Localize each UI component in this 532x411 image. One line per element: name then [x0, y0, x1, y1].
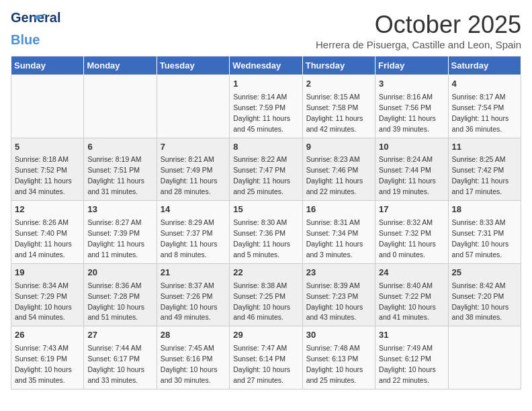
day-info: Sunrise: 8:23 AM Sunset: 7:46 PM Dayligh…	[306, 155, 363, 195]
col-header-friday: Friday	[375, 56, 448, 75]
day-info: Sunrise: 7:44 AM Sunset: 6:17 PM Dayligh…	[87, 344, 144, 384]
calendar-cell: 28Sunrise: 7:45 AM Sunset: 6:16 PM Dayli…	[157, 326, 229, 390]
calendar-cell	[84, 75, 157, 138]
calendar-cell: 27Sunrise: 7:44 AM Sunset: 6:17 PM Dayli…	[84, 326, 157, 390]
day-number: 12	[15, 203, 80, 216]
day-number: 21	[161, 267, 226, 279]
calendar-cell: 14Sunrise: 8:29 AM Sunset: 7:37 PM Dayli…	[157, 201, 229, 264]
day-info: Sunrise: 8:29 AM Sunset: 7:37 PM Dayligh…	[161, 218, 218, 259]
calendar-cell: 12Sunrise: 8:26 AM Sunset: 7:40 PM Dayli…	[11, 201, 84, 264]
day-number: 1	[233, 78, 298, 91]
calendar-table: SundayMondayTuesdayWednesdayThursdayFrid…	[11, 56, 521, 390]
day-info: Sunrise: 8:38 AM Sunset: 7:25 PM Dayligh…	[233, 281, 290, 322]
day-number: 30	[306, 329, 371, 342]
day-info: Sunrise: 8:40 AM Sunset: 7:22 PM Dayligh…	[379, 281, 436, 322]
day-number: 6	[87, 141, 152, 154]
calendar-cell: 19Sunrise: 8:34 AM Sunset: 7:29 PM Dayli…	[11, 263, 84, 326]
day-info: Sunrise: 8:15 AM Sunset: 7:58 PM Dayligh…	[306, 93, 363, 133]
calendar-cell: 3Sunrise: 8:16 AM Sunset: 7:56 PM Daylig…	[375, 75, 448, 138]
day-number: 11	[452, 141, 517, 154]
day-info: Sunrise: 8:27 AM Sunset: 7:39 PM Dayligh…	[87, 218, 144, 259]
calendar-cell: 23Sunrise: 8:39 AM Sunset: 7:23 PM Dayli…	[302, 263, 375, 326]
calendar-cell: 17Sunrise: 8:32 AM Sunset: 7:32 PM Dayli…	[375, 201, 448, 264]
col-header-wednesday: Wednesday	[230, 56, 302, 75]
calendar-cell: 5Sunrise: 8:18 AM Sunset: 7:52 PM Daylig…	[11, 138, 84, 201]
calendar-cell: 9Sunrise: 8:23 AM Sunset: 7:46 PM Daylig…	[302, 138, 375, 201]
col-header-thursday: Thursday	[302, 56, 375, 75]
day-info: Sunrise: 7:45 AM Sunset: 6:16 PM Dayligh…	[161, 344, 218, 384]
day-number: 22	[233, 267, 298, 279]
day-number: 18	[452, 203, 517, 216]
day-number: 28	[161, 329, 226, 342]
day-number: 8	[233, 141, 298, 154]
day-number: 7	[161, 141, 226, 154]
calendar-cell: 10Sunrise: 8:24 AM Sunset: 7:44 PM Dayli…	[375, 138, 448, 201]
title-block: October 2025 Herrera de Pisuerga, Castil…	[316, 11, 521, 50]
calendar-cell: 13Sunrise: 8:27 AM Sunset: 7:39 PM Dayli…	[84, 201, 157, 264]
calendar-cell: 31Sunrise: 7:49 AM Sunset: 6:12 PM Dayli…	[375, 326, 448, 390]
calendar-cell: 1Sunrise: 8:14 AM Sunset: 7:59 PM Daylig…	[230, 75, 302, 138]
calendar-cell: 24Sunrise: 8:40 AM Sunset: 7:22 PM Dayli…	[375, 263, 448, 326]
day-info: Sunrise: 8:39 AM Sunset: 7:23 PM Dayligh…	[306, 281, 363, 322]
day-info: Sunrise: 7:47 AM Sunset: 6:14 PM Dayligh…	[233, 344, 290, 384]
day-info: Sunrise: 8:19 AM Sunset: 7:51 PM Dayligh…	[87, 155, 144, 195]
logo: General Blue	[11, 11, 40, 48]
day-info: Sunrise: 8:37 AM Sunset: 7:26 PM Dayligh…	[161, 281, 218, 322]
month-title: October 2025	[316, 11, 521, 39]
day-number: 20	[87, 267, 152, 279]
day-number: 4	[452, 78, 517, 91]
day-info: Sunrise: 8:32 AM Sunset: 7:32 PM Dayligh…	[379, 218, 436, 259]
day-info: Sunrise: 8:18 AM Sunset: 7:52 PM Dayligh…	[15, 155, 72, 195]
day-info: Sunrise: 8:16 AM Sunset: 7:56 PM Dayligh…	[379, 93, 436, 133]
calendar-cell: 15Sunrise: 8:30 AM Sunset: 7:36 PM Dayli…	[230, 201, 302, 264]
day-info: Sunrise: 8:24 AM Sunset: 7:44 PM Dayligh…	[379, 155, 436, 195]
calendar-cell: 16Sunrise: 8:31 AM Sunset: 7:34 PM Dayli…	[302, 201, 375, 264]
day-info: Sunrise: 8:31 AM Sunset: 7:34 PM Dayligh…	[306, 218, 363, 259]
calendar-cell	[11, 75, 84, 138]
calendar-cell: 26Sunrise: 7:43 AM Sunset: 6:19 PM Dayli…	[11, 326, 84, 390]
day-info: Sunrise: 8:26 AM Sunset: 7:40 PM Dayligh…	[15, 218, 72, 259]
day-number: 23	[306, 267, 371, 279]
col-header-sunday: Sunday	[11, 56, 84, 75]
day-number: 19	[15, 267, 80, 279]
calendar-cell: 29Sunrise: 7:47 AM Sunset: 6:14 PM Dayli…	[230, 326, 302, 390]
day-number: 10	[379, 141, 444, 154]
day-info: Sunrise: 8:30 AM Sunset: 7:36 PM Dayligh…	[233, 218, 290, 259]
calendar-cell	[448, 326, 521, 390]
calendar-cell: 6Sunrise: 8:19 AM Sunset: 7:51 PM Daylig…	[84, 138, 157, 201]
day-number: 13	[87, 203, 152, 216]
day-number: 14	[161, 203, 226, 216]
col-header-monday: Monday	[84, 56, 157, 75]
day-number: 17	[379, 203, 444, 216]
day-info: Sunrise: 7:48 AM Sunset: 6:13 PM Dayligh…	[306, 344, 363, 384]
day-number: 2	[306, 78, 371, 91]
day-info: Sunrise: 8:21 AM Sunset: 7:49 PM Dayligh…	[161, 155, 218, 195]
day-info: Sunrise: 8:36 AM Sunset: 7:28 PM Dayligh…	[87, 281, 144, 322]
location-title: Herrera de Pisuerga, Castille and Leon, …	[316, 39, 521, 50]
day-info: Sunrise: 8:17 AM Sunset: 7:54 PM Dayligh…	[452, 93, 509, 133]
day-number: 29	[233, 329, 298, 342]
calendar-cell: 4Sunrise: 8:17 AM Sunset: 7:54 PM Daylig…	[448, 75, 521, 138]
page-header: General Blue October 2025 Herrera de Pis…	[11, 11, 521, 50]
day-number: 31	[379, 329, 444, 342]
day-number: 27	[87, 329, 152, 342]
day-info: Sunrise: 7:43 AM Sunset: 6:19 PM Dayligh…	[15, 344, 72, 384]
calendar-cell: 18Sunrise: 8:33 AM Sunset: 7:31 PM Dayli…	[448, 201, 521, 264]
calendar-cell: 7Sunrise: 8:21 AM Sunset: 7:49 PM Daylig…	[157, 138, 229, 201]
day-number: 16	[306, 203, 371, 216]
day-info: Sunrise: 7:49 AM Sunset: 6:12 PM Dayligh…	[379, 344, 436, 384]
calendar-cell: 20Sunrise: 8:36 AM Sunset: 7:28 PM Dayli…	[84, 263, 157, 326]
calendar-cell: 22Sunrise: 8:38 AM Sunset: 7:25 PM Dayli…	[230, 263, 302, 326]
day-number: 5	[15, 141, 80, 154]
logo-bird-icon	[32, 12, 46, 21]
col-header-saturday: Saturday	[448, 56, 521, 75]
day-number: 15	[233, 203, 298, 216]
day-number: 24	[379, 267, 444, 279]
calendar-cell: 25Sunrise: 8:42 AM Sunset: 7:20 PM Dayli…	[448, 263, 521, 326]
day-info: Sunrise: 8:25 AM Sunset: 7:42 PM Dayligh…	[452, 155, 509, 195]
calendar-cell: 2Sunrise: 8:15 AM Sunset: 7:58 PM Daylig…	[302, 75, 375, 138]
day-info: Sunrise: 8:22 AM Sunset: 7:47 PM Dayligh…	[233, 155, 290, 195]
col-header-tuesday: Tuesday	[157, 56, 229, 75]
day-info: Sunrise: 8:34 AM Sunset: 7:29 PM Dayligh…	[15, 281, 72, 322]
calendar-cell: 21Sunrise: 8:37 AM Sunset: 7:26 PM Dayli…	[157, 263, 229, 326]
